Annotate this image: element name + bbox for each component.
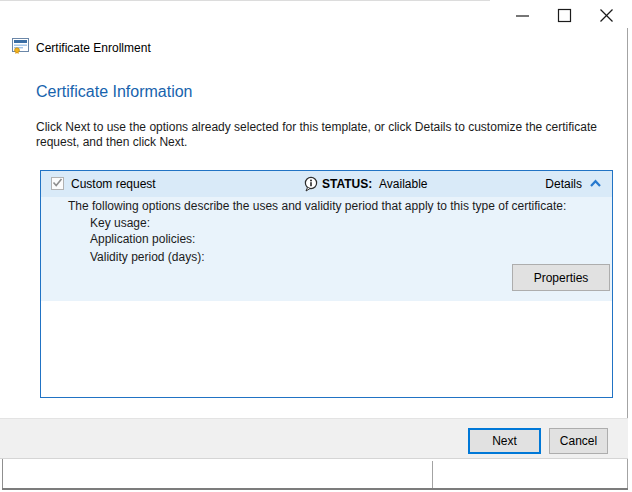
- cancel-button[interactable]: Cancel: [549, 428, 608, 454]
- custom-request-label: Custom request: [71, 177, 156, 191]
- custom-request-checkbox: [51, 177, 64, 190]
- options-description: The following options describe the uses …: [68, 199, 566, 213]
- background-window-mid-edge: [432, 461, 433, 488]
- caption-bar: [501, 0, 627, 30]
- properties-button[interactable]: Properties: [512, 264, 610, 291]
- close-button[interactable]: [585, 0, 627, 30]
- app-title: Certificate Enrollment: [36, 41, 151, 55]
- template-item: Custom request STATUS: Available Details: [41, 171, 612, 301]
- info-icon: [303, 176, 319, 196]
- background-window-left-edge: [2, 459, 3, 488]
- maximize-icon: [557, 8, 572, 23]
- details-toggle[interactable]: Details: [545, 177, 602, 191]
- minimize-button[interactable]: [501, 0, 543, 30]
- certificate-enrollment-window: Certificate Enrollment Certificate Infor…: [0, 0, 632, 492]
- certificate-template-panel: Custom request STATUS: Available Details: [40, 170, 613, 398]
- template-item-header: Custom request STATUS: Available Details: [41, 171, 612, 197]
- checkmark-icon: [52, 177, 63, 191]
- details-label: Details: [545, 177, 582, 191]
- status-label: STATUS:: [322, 177, 372, 191]
- key-usage-label: Key usage:: [90, 216, 150, 230]
- next-button[interactable]: Next: [468, 428, 541, 454]
- status-value: Available: [379, 177, 427, 191]
- minimize-icon: [515, 8, 530, 23]
- app-header: Certificate Enrollment: [12, 37, 151, 58]
- page-title: Certificate Information: [36, 83, 193, 101]
- close-icon: [599, 8, 614, 23]
- chevron-up-icon: [589, 177, 602, 191]
- validity-period-label: Validity period (days):: [90, 250, 205, 264]
- certificate-enrollment-icon: [12, 37, 29, 58]
- background-window-top-edge: [0, 0, 490, 1]
- application-policies-label: Application policies:: [90, 232, 195, 246]
- maximize-button[interactable]: [543, 0, 585, 30]
- window-bottom-border: [2, 488, 628, 490]
- intro-text: Click Next to use the options already se…: [36, 120, 610, 150]
- footer-bar: Next Cancel: [0, 418, 628, 459]
